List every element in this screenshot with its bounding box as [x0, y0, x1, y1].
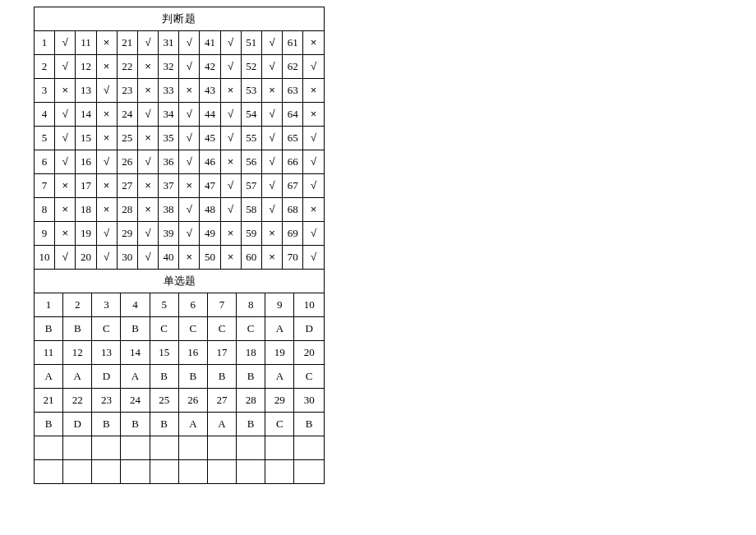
- answer-letter: [207, 460, 236, 484]
- check-icon: [228, 179, 233, 191]
- question-number: 63: [283, 79, 303, 103]
- judgment-row: 6162636465666: [35, 150, 325, 174]
- cross-icon: [145, 60, 151, 72]
- check-icon: [187, 131, 192, 144]
- cross-icon: [269, 227, 275, 239]
- check-icon: [269, 179, 274, 191]
- answer-letter: C: [265, 413, 294, 436]
- answer-mark: [261, 198, 282, 222]
- judgment-row: 5152535455565: [35, 127, 325, 150]
- answer-mark: [261, 150, 282, 174]
- answer-mark: [220, 79, 241, 103]
- check-icon: [145, 108, 150, 120]
- answer-letter: A: [207, 413, 236, 436]
- choice-answer-row: AADABBBBAC: [35, 365, 325, 389]
- question-number: 24: [121, 389, 150, 413]
- answer-letter: B: [121, 413, 150, 436]
- check-icon: [145, 36, 150, 48]
- answer-letter: [178, 460, 207, 484]
- question-number: 29: [265, 389, 294, 413]
- cross-icon: [104, 203, 110, 215]
- answer-mark: [220, 150, 241, 174]
- answer-mark: [55, 246, 76, 270]
- check-icon: [269, 155, 274, 168]
- answer-letter: [294, 460, 325, 484]
- cross-icon: [186, 251, 192, 263]
- check-icon: [187, 203, 192, 215]
- question-number: 21: [117, 31, 137, 55]
- question-number: 9: [265, 293, 294, 317]
- cross-icon: [104, 131, 110, 144]
- answer-mark: [96, 31, 117, 55]
- question-number: 29: [117, 222, 137, 246]
- check-icon: [187, 227, 192, 239]
- question-number: 17: [76, 174, 96, 198]
- question-number: 14: [76, 103, 96, 127]
- answer-mark: [137, 127, 158, 150]
- question-number: 26: [178, 389, 207, 413]
- cross-icon: [228, 227, 234, 239]
- question-number: 5: [150, 293, 178, 317]
- answer-letter: [150, 460, 178, 484]
- question-number: [178, 436, 207, 460]
- question-number: [237, 436, 265, 460]
- answer-mark: [55, 127, 76, 150]
- answer-letter: C: [150, 317, 178, 341]
- question-number: [92, 436, 121, 460]
- cross-icon: [228, 84, 234, 96]
- question-number: 18: [76, 198, 96, 222]
- question-number: 4: [35, 103, 55, 127]
- check-icon: [269, 203, 274, 215]
- question-number: 19: [76, 222, 96, 246]
- answer-mark: [55, 79, 76, 103]
- answer-mark: [303, 127, 325, 150]
- answer-mark: [96, 150, 117, 174]
- check-icon: [187, 108, 192, 120]
- answer-letter: [265, 460, 294, 484]
- question-number: 65: [283, 127, 303, 150]
- question-number: 49: [200, 222, 220, 246]
- answer-letter: B: [150, 413, 178, 436]
- check-icon: [104, 227, 109, 239]
- answer-mark: [55, 222, 76, 246]
- answer-mark: [220, 174, 241, 198]
- answer-letter: B: [121, 317, 150, 341]
- question-number: 8: [237, 293, 265, 317]
- question-number: 60: [241, 246, 261, 270]
- judgment-row: 3132333435363: [35, 79, 325, 103]
- answer-letter: [237, 460, 265, 484]
- question-number: 62: [283, 55, 303, 79]
- question-number: [121, 436, 150, 460]
- answer-mark: [137, 198, 158, 222]
- question-number: 23: [92, 389, 121, 413]
- question-number: 68: [283, 198, 303, 222]
- answer-mark: [303, 222, 325, 246]
- question-number: 16: [76, 150, 96, 174]
- answer-mark: [261, 127, 282, 150]
- question-number: 15: [150, 341, 178, 365]
- question-number: 20: [76, 246, 96, 270]
- question-number: 36: [159, 150, 179, 174]
- question-number: 35: [159, 127, 179, 150]
- answer-letter: A: [265, 317, 294, 341]
- question-number: 11: [76, 31, 96, 55]
- answer-mark: [137, 103, 158, 127]
- check-icon: [62, 131, 68, 144]
- check-icon: [187, 60, 192, 72]
- question-number: 12: [63, 341, 92, 365]
- cross-icon: [269, 251, 275, 263]
- cross-icon: [104, 179, 110, 191]
- answer-mark: [137, 31, 158, 55]
- answer-letter: [92, 460, 121, 484]
- answer-mark: [261, 103, 282, 127]
- question-number: 43: [200, 79, 220, 103]
- judgment-row: 7172737475767: [35, 174, 325, 198]
- question-number: 6: [35, 150, 55, 174]
- answer-mark: [261, 31, 282, 55]
- check-icon: [187, 155, 192, 168]
- question-number: 61: [283, 31, 303, 55]
- question-number: 34: [159, 103, 179, 127]
- question-number: 11: [35, 341, 63, 365]
- question-number: 10: [35, 246, 55, 270]
- question-number: 56: [241, 150, 261, 174]
